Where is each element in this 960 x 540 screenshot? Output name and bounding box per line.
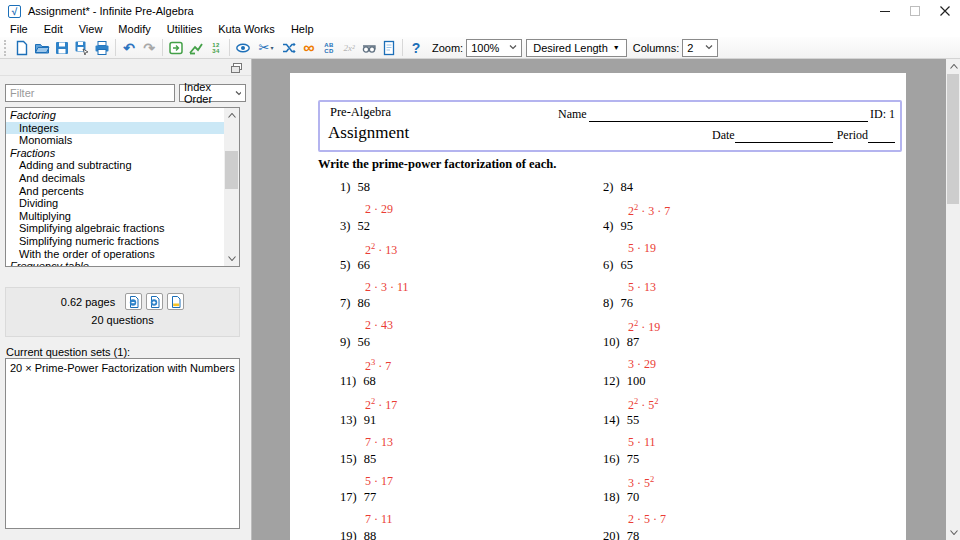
topic-with-the-order-of-operations[interactable]: With the order of operations [6, 248, 224, 261]
menu-modify[interactable]: Modify [110, 22, 158, 37]
problem-answer: 3 · 52 [628, 474, 654, 491]
open-file-icon[interactable] [32, 38, 52, 58]
instruction-text: Write the prime-power factorization of e… [318, 157, 556, 172]
problem-value: 76 [620, 296, 633, 310]
problem-19: 19)88 [340, 529, 376, 540]
problem-answer: 7 · 13 [365, 435, 393, 450]
fill-page-icon[interactable] [167, 293, 184, 310]
shrink-page-icon[interactable] [125, 293, 142, 310]
problem-11: 11)6822 · 17 [340, 374, 397, 413]
undo-icon[interactable]: ↶ [119, 38, 139, 58]
topic-simplifying-numeric-fractions[interactable]: Simplifying numeric fractions [6, 235, 224, 248]
zoom-select[interactable]: 100% [466, 39, 522, 57]
problem-value: 65 [620, 258, 633, 272]
sort-order-select[interactable]: Index Order [179, 84, 246, 102]
scroll-up-icon[interactable] [946, 59, 960, 74]
scroll-up-icon[interactable] [224, 108, 239, 123]
date-row: Date Period [712, 128, 895, 143]
problem-18: 18)702 · 5 · 7 [603, 490, 666, 527]
scrollbar-thumb[interactable] [225, 151, 238, 189]
redo-icon[interactable]: ↷ [139, 38, 159, 58]
problem-value: 55 [627, 413, 640, 427]
question-set-item[interactable]: 20 × Prime-Power Factorization with Numb… [6, 359, 239, 377]
header-selection-box[interactable]: Pre-Algebra Name ID: 1 Assignment Date P… [318, 100, 902, 152]
name-label: Name [558, 107, 587, 122]
topic-simplifying-algebraic-fractions[interactable]: Simplifying algebraic fractions [6, 222, 224, 235]
topic-dividing[interactable]: Dividing [6, 197, 224, 210]
problem-12: 12)10022 · 52 [603, 374, 659, 413]
menu-utilities[interactable]: Utilities [159, 22, 210, 37]
topic-fractions[interactable]: Fractions [6, 147, 224, 160]
grow-page-icon[interactable] [146, 293, 163, 310]
topic-factoring[interactable]: Factoring [6, 109, 224, 122]
topic-and-percents[interactable]: And percents [6, 185, 224, 198]
simplify-2x2-icon[interactable]: 2x² [339, 38, 359, 58]
problem-number: 9) [340, 335, 350, 349]
problem-4: 4)955 · 19 [603, 219, 656, 256]
regenerate-scissors-icon[interactable]: ✂▾ [253, 38, 279, 58]
presentation-view-icon[interactable] [359, 38, 379, 58]
problem-value: 84 [620, 180, 633, 194]
close-button[interactable] [930, 0, 960, 22]
export-slides-icon[interactable] [166, 38, 186, 58]
menu-file[interactable]: File [2, 22, 36, 37]
problem-number: 8) [603, 296, 613, 310]
problem-answer: 5 · 19 [628, 241, 656, 256]
problem-value: 58 [357, 180, 370, 194]
document-scrollbar[interactable] [946, 59, 960, 540]
help-icon[interactable]: ? [406, 38, 426, 58]
problem-value: 70 [627, 490, 640, 504]
infinite-questions-icon[interactable]: ∞ [299, 38, 319, 58]
problem-number: 4) [603, 219, 613, 233]
problem-17: 17)777 · 11 [340, 490, 393, 527]
topic-multiplying[interactable]: Multiplying [6, 210, 224, 223]
problem-value: 87 [627, 335, 640, 349]
menu-help[interactable]: Help [283, 22, 322, 37]
topic-integers[interactable]: Integers [6, 122, 224, 135]
new-document-icon[interactable] [12, 38, 32, 58]
problem-value: 91 [364, 413, 377, 427]
problem-value: 86 [357, 296, 370, 310]
topic-list-scrollbar[interactable] [224, 108, 239, 266]
save-as-icon[interactable] [72, 38, 92, 58]
problem-value: 52 [357, 219, 370, 233]
menu-edit[interactable]: Edit [36, 22, 71, 37]
columns-select[interactable]: 2 [682, 39, 718, 57]
multiple-choice-icon[interactable]: ABCD [319, 38, 339, 58]
scrollbar-thumb[interactable] [947, 74, 959, 204]
pages-panel: 0.62 pages 20 questions [5, 287, 240, 337]
preview-eye-icon[interactable] [233, 38, 253, 58]
app-window: √ Assignment* - Infinite Pre-Algebra Fil… [0, 0, 960, 540]
problem-answer: 2 · 5 · 7 [628, 512, 666, 527]
print-icon[interactable] [92, 38, 112, 58]
topic-and-decimals[interactable]: And decimals [6, 172, 224, 185]
topic-frequency-table[interactable]: Frequency table [6, 260, 224, 267]
edit-question-icon[interactable] [186, 38, 206, 58]
scroll-down-icon[interactable] [224, 251, 239, 266]
desired-length-dropdown[interactable]: Desired Length▼ [526, 39, 627, 57]
name-row: Name ID: 1 [558, 107, 895, 122]
topic-adding-and-subtracting[interactable]: Adding and subtracting [6, 159, 224, 172]
renumber-icon[interactable]: 1234 [206, 38, 226, 58]
maximize-button[interactable] [900, 0, 930, 22]
problem-number: 20) [603, 529, 620, 540]
menu-kuta-works[interactable]: Kuta Works [210, 22, 283, 37]
minimize-button[interactable] [870, 0, 900, 22]
problem-number: 19) [340, 529, 357, 540]
problem-number: 10) [603, 335, 620, 349]
problem-number: 6) [603, 258, 613, 272]
float-panel-icon[interactable] [229, 61, 243, 74]
topic-monomials[interactable]: Monomials [6, 134, 224, 147]
menu-view[interactable]: View [71, 22, 111, 37]
toolbar-grip[interactable] [4, 40, 8, 56]
shuffle-icon[interactable] [279, 38, 299, 58]
period-blank-line [868, 130, 895, 143]
filter-input[interactable] [5, 84, 175, 102]
problem-number: 2) [603, 180, 613, 194]
id-label: ID: 1 [870, 107, 895, 122]
problem-number: 7) [340, 296, 350, 310]
scroll-down-icon[interactable] [946, 525, 960, 540]
problem-value: 85 [364, 452, 377, 466]
single-page-icon[interactable] [379, 38, 399, 58]
save-icon[interactable] [52, 38, 72, 58]
